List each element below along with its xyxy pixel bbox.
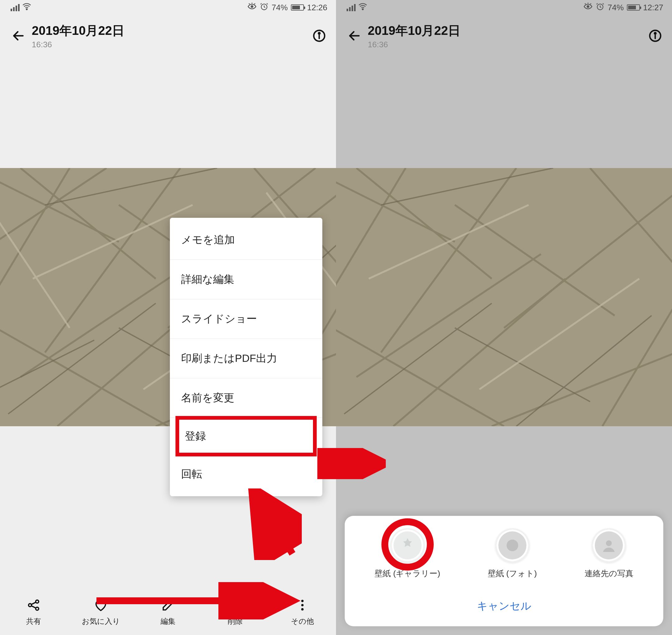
page-title: 2019年10月22日	[32, 22, 310, 39]
svg-point-68	[506, 540, 518, 551]
eye-comfort-icon	[583, 2, 593, 14]
toolbar-favorite[interactable]: お気に入り	[67, 597, 134, 626]
menu-advanced-edit[interactable]: 詳細な編集	[170, 260, 322, 299]
toolbar-share-label: 共有	[26, 616, 41, 626]
menu-slideshow[interactable]: スライドショー	[170, 299, 322, 339]
option-contact-photo-label: 連絡先の写真	[585, 568, 633, 579]
menu-rename[interactable]: 名前を変更	[170, 378, 322, 418]
screenshot-left: 74% 12:26 2019年10月22日 16:36	[0, 0, 336, 635]
wifi-icon	[358, 2, 367, 14]
pencil-icon	[161, 597, 175, 613]
svg-point-39	[587, 5, 589, 7]
photo-preview[interactable]	[336, 168, 672, 426]
toolbar-edit[interactable]: 編集	[134, 597, 202, 626]
menu-rotate[interactable]: 回転	[170, 455, 322, 494]
wifi-icon	[22, 2, 31, 14]
option-wallpaper-photo[interactable]: 壁紙 (フォト)	[488, 528, 537, 579]
more-icon	[295, 597, 309, 613]
status-time: 12:27	[643, 3, 663, 13]
trash-icon	[228, 597, 242, 613]
signal-icon	[347, 4, 355, 11]
battery-icon	[291, 4, 304, 10]
option-contact-photo[interactable]: 連絡先の写真	[585, 528, 633, 579]
menu-print-pdf[interactable]: 印刷またはPDF出力	[170, 339, 322, 378]
eye-comfort-icon	[247, 2, 257, 14]
toolbar-favorite-label: お気に入り	[82, 616, 120, 626]
back-button[interactable]	[7, 29, 29, 43]
toolbar-share[interactable]: 共有	[0, 597, 67, 626]
svg-point-1	[251, 5, 253, 7]
toolbar-more-label: その他	[291, 616, 314, 626]
menu-register[interactable]: 登録	[175, 416, 317, 456]
share-icon	[26, 597, 41, 613]
sheet-cancel-button[interactable]: キャンセル	[351, 588, 657, 619]
info-button[interactable]	[310, 29, 328, 42]
back-button[interactable]	[344, 29, 365, 43]
battery-icon	[627, 4, 640, 10]
battery-percentage: 74%	[608, 3, 624, 13]
alarm-icon	[260, 2, 268, 13]
annotation-arrow-to-register	[246, 488, 302, 560]
option-wallpaper-gallery-label: 壁紙 (ギャラリー)	[374, 568, 440, 579]
toolbar-delete-label: 削除	[228, 616, 243, 626]
svg-point-33	[301, 600, 304, 602]
page-subtitle: 16:36	[368, 40, 646, 49]
page-title: 2019年10月22日	[368, 22, 646, 39]
wallpaper-photo-icon	[495, 528, 529, 563]
toolbar-edit-label: 編集	[160, 616, 175, 626]
wallpaper-gallery-icon	[390, 528, 425, 563]
svg-point-34	[301, 604, 304, 606]
svg-point-35	[301, 608, 304, 611]
svg-point-0	[26, 9, 27, 10]
svg-point-38	[362, 9, 363, 10]
toolbar-more[interactable]: その他	[269, 597, 336, 626]
header: 2019年10月22日 16:36	[336, 15, 672, 57]
svg-line-37	[258, 498, 292, 554]
option-wallpaper-photo-label: 壁紙 (フォト)	[488, 568, 537, 579]
signal-icon	[10, 4, 20, 11]
status-time: 12:26	[307, 3, 327, 13]
contact-photo-icon	[592, 528, 626, 563]
set-as-sheet: 壁紙 (ギャラリー) 壁紙 (フォト) 連絡先の写真 キャンセル	[345, 516, 663, 626]
overflow-menu: メモを追加 詳細な編集 スライドショー 印刷またはPDF出力 名前を変更 登録 …	[170, 218, 322, 496]
info-button[interactable]	[646, 29, 665, 42]
alarm-icon	[596, 2, 605, 13]
svg-point-4	[319, 33, 320, 34]
option-wallpaper-gallery[interactable]: 壁紙 (ギャラリー)	[374, 528, 440, 579]
battery-percentage: 74%	[272, 3, 288, 13]
svg-point-69	[606, 541, 612, 546]
heart-icon	[94, 597, 108, 613]
status-bar: 74% 12:27	[336, 0, 672, 15]
status-bar: 74% 12:26	[0, 0, 336, 15]
page-subtitle: 16:36	[32, 40, 310, 49]
svg-point-42	[655, 33, 656, 34]
header: 2019年10月22日 16:36	[0, 15, 336, 57]
menu-add-memo[interactable]: メモを追加	[170, 220, 322, 260]
screenshot-right: 74% 12:27 2019年10月22日 16:36	[336, 0, 672, 635]
bottom-toolbar: 共有 お気に入り 編集 削除 その他	[0, 588, 336, 635]
toolbar-delete[interactable]: 削除	[202, 597, 269, 626]
